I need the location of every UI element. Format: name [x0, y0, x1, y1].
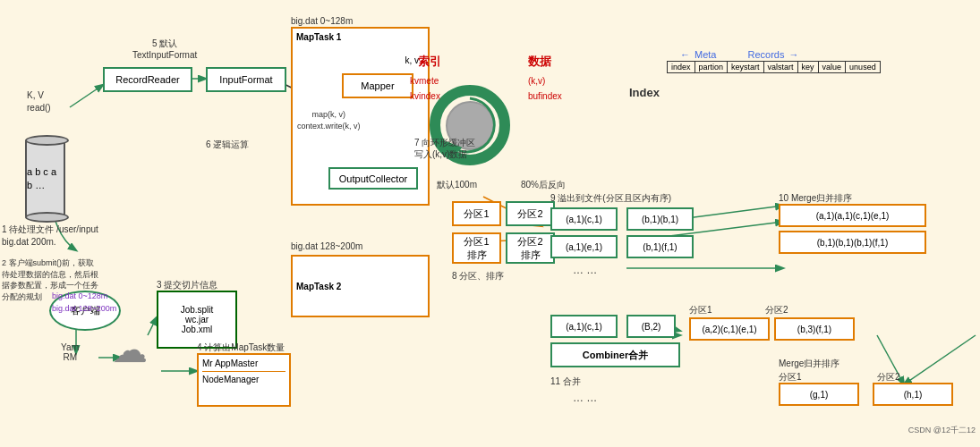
app-master-box: Mr AppMaster NodeManager: [197, 353, 291, 407]
job-split-box: Job.splitwc.jarJob.xml: [157, 291, 237, 349]
combiner-part1: 分区1: [689, 304, 712, 316]
yarn-rm-label: YarnRM: [61, 342, 79, 362]
bufindex-label: bufindex: [528, 91, 562, 101]
maptask1-box: MapTask 1 k, v Mapper map(k, v)context.w…: [291, 27, 430, 206]
merge11-label: 11 合并: [550, 375, 581, 388]
index-detected-label: Index: [629, 86, 660, 99]
partition1-sort: 分区1排序: [452, 232, 501, 264]
spill-label: 9 溢出到文件(分区且区内有序): [550, 192, 671, 205]
combiner-merge-box: Combiner合并: [550, 342, 680, 367]
footer: CSDN @12千二12: [908, 425, 976, 436]
dots1: … …: [573, 264, 597, 276]
kv2-label: (k,v): [528, 76, 545, 86]
partition-sort-label: 8 分区、排序: [452, 270, 504, 283]
spill2b-box: (b,1)(f,1): [626, 235, 694, 258]
index-label: 索引: [418, 54, 441, 70]
spill1a-box: (a,1)(c,1): [550, 207, 618, 231]
combiner1-box: (a,1)(c,1): [550, 315, 618, 338]
bigdat2-label: big.dat 128~200m: [291, 241, 362, 251]
partition2-sort: 分区2排序: [506, 232, 555, 264]
partition2-top: 分区2: [506, 201, 555, 226]
file-content-label: a b c a b …: [27, 165, 64, 193]
dots2: … …: [573, 392, 597, 404]
final-part2: 分区2: [877, 371, 900, 384]
combine-result2: (b,3)(f,1): [774, 317, 855, 341]
svg-line-18: [904, 335, 976, 384]
final-h1: (h,1): [873, 383, 953, 406]
file-content-box: a b c a b …: [25, 139, 65, 219]
input-format-box: InputFormat: [206, 67, 286, 92]
partition1-top: 分区1: [452, 201, 501, 226]
merge-result1: (a,1)(a,1)(c,1)(e,1): [779, 204, 926, 227]
output-collector-box: OutputCollector: [328, 167, 418, 190]
svg-line-0: [70, 85, 103, 107]
merge-final-label: Merge归并排序: [779, 358, 839, 370]
bigdat-label: big.dat 0~128m: [291, 16, 353, 26]
write-buffer-label: 7 向环形缓冲区写入(k,v)数据: [414, 137, 475, 160]
logic-compute-label: 6 逻辑运算: [206, 139, 249, 151]
record-reader-box: RecordReader: [103, 67, 192, 92]
data-label: 数据: [528, 54, 551, 70]
meta-records-header: ← Meta Records →: [680, 49, 798, 60]
maptask2-box: MapTask 2: [291, 255, 430, 317]
cut-info-label: 3 提交切片信息: [157, 279, 217, 291]
kv-read-label: K, Vread(): [27, 89, 51, 114]
combiner-part2: 分区2: [765, 304, 788, 316]
combiner2-box: (B,2): [626, 315, 676, 338]
text-input-format-label: 5 默认TextInputFormat: [132, 38, 197, 60]
compute-maptask-label: 4 计算出MapTask数量: [197, 342, 285, 354]
reverse-label: 80%后反向: [521, 179, 566, 191]
mapper-box: Mapper: [342, 73, 413, 98]
final-g1: (g,1): [779, 383, 859, 406]
purple-file-labels: big.dat 0~128mbig.dat 128~200m: [52, 291, 116, 315]
merge-result2: (b,1)(b,1)(b,1)(f,1): [779, 231, 926, 254]
merge-sort-label: 10 Merge归并排序: [779, 192, 852, 205]
spill2a-box: (a,1)(e,1): [550, 235, 618, 258]
final-part1: 分区1: [779, 371, 802, 384]
svg-line-7: [148, 317, 157, 335]
kvmete-label: kvmete: [410, 76, 439, 86]
kvindex-label: kvindex: [410, 91, 440, 101]
combine-result1: (a,2)(c,1)(e,1): [689, 317, 770, 341]
cloud-icon: ☁: [112, 329, 148, 370]
file-info-label: 1 待处理文件 /user/input big.dat 200m.: [2, 224, 100, 249]
meta-table: index partion keystart valstart key valu…: [667, 61, 881, 73]
spill1b-box: (b,1)(b,1): [626, 207, 694, 231]
default-buffer-label: 默认100m: [437, 179, 477, 191]
